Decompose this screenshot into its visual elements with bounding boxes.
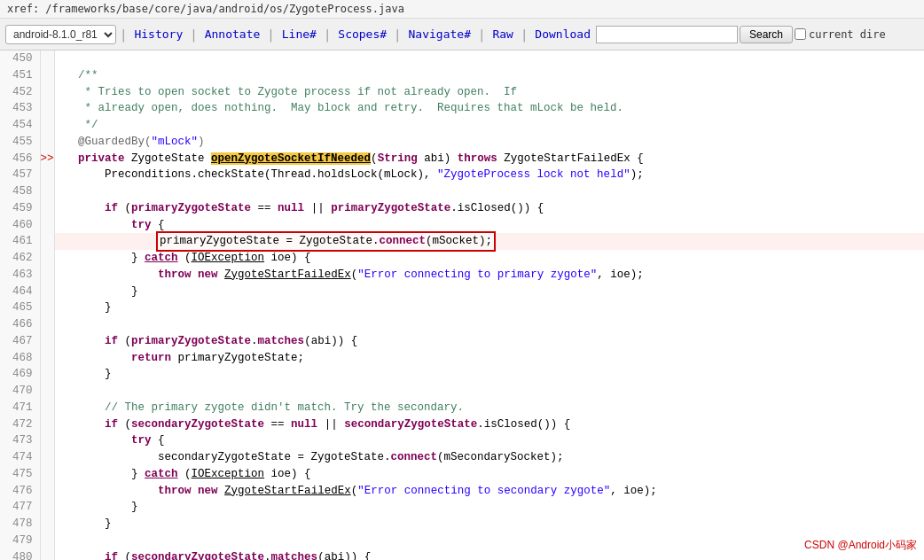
line-number: 462 xyxy=(0,250,40,267)
line-number: 467 xyxy=(0,333,40,350)
search-button[interactable]: Search xyxy=(740,26,793,43)
table-row: 454 */ xyxy=(0,117,924,134)
sep2: | xyxy=(190,27,197,42)
table-row: 474 secondaryZygoteState = ZygoteState.c… xyxy=(0,449,924,466)
table-row: 462 } catch (IOException ioe) { xyxy=(0,250,924,267)
line-marker xyxy=(40,233,54,250)
line-marker xyxy=(40,432,54,449)
line-code: throw new ZygoteStartFailedEx("Error con… xyxy=(54,267,924,284)
line-number: 459 xyxy=(0,200,40,217)
line-marker xyxy=(40,267,54,284)
line-code: secondaryZygoteState = ZygoteState.conne… xyxy=(54,449,924,466)
line-code: try { xyxy=(54,432,924,449)
line-marker xyxy=(40,516,54,533)
table-row: 453 * already open, does nothing. May bl… xyxy=(0,100,924,117)
line-marker xyxy=(40,250,54,267)
line-marker xyxy=(40,100,54,117)
current-dir-label[interactable]: current dire xyxy=(795,28,886,41)
line-number: 479 xyxy=(0,533,40,549)
csdn-badge: CSDN @Android小码家 xyxy=(804,538,917,553)
table-row: 477 } xyxy=(0,499,924,516)
line-marker xyxy=(40,316,54,333)
table-row: 460 try { xyxy=(0,217,924,234)
line-number: 471 xyxy=(0,400,40,416)
table-row: 458 xyxy=(0,183,924,200)
line-number: 476 xyxy=(0,483,40,500)
line-code xyxy=(54,51,924,67)
line-marker xyxy=(40,350,54,367)
line-number: 457 xyxy=(0,167,40,183)
line-number: 465 xyxy=(0,299,40,316)
line-number: 454 xyxy=(0,117,40,134)
line-marker xyxy=(40,217,54,234)
line-code: } xyxy=(54,366,924,383)
line-code: private ZygoteState openZygoteSocketIfNe… xyxy=(54,151,924,167)
sep1: | xyxy=(120,27,127,42)
line-code: if (secondaryZygoteState.matches(abi)) { xyxy=(54,549,924,561)
line-marker: >> xyxy=(40,151,54,167)
table-row: 473 try { xyxy=(0,432,924,449)
line-marker xyxy=(40,299,54,316)
table-row: 469 } xyxy=(0,366,924,383)
line-number: 464 xyxy=(0,284,40,300)
line-marker xyxy=(40,167,54,183)
table-row: 463 throw new ZygoteStartFailedEx("Error… xyxy=(0,267,924,284)
version-select[interactable]: android-8.1.0_r81 xyxy=(5,25,116,44)
table-row: 464 } xyxy=(0,284,924,300)
line-number: 455 xyxy=(0,134,40,151)
table-row: 471 // The primary zygote didn't match. … xyxy=(0,400,924,416)
sep7: | xyxy=(521,27,528,42)
line-number: 468 xyxy=(0,350,40,367)
annotate-link[interactable]: Annotate xyxy=(201,26,264,43)
line-number: 461 xyxy=(0,233,40,250)
line-code: // The primary zygote didn't match. Try … xyxy=(54,400,924,416)
line-code: } catch (IOException ioe) { xyxy=(54,466,924,483)
line-code: } catch (IOException ioe) { xyxy=(54,250,924,267)
line-number: 452 xyxy=(0,84,40,101)
table-row: 475 } catch (IOException ioe) { xyxy=(0,466,924,483)
table-row: 467 if (primaryZygoteState.matches(abi))… xyxy=(0,333,924,350)
line-number: 458 xyxy=(0,183,40,200)
line-number: 463 xyxy=(0,267,40,284)
line-number: 453 xyxy=(0,100,40,117)
line-marker xyxy=(40,67,54,84)
history-link[interactable]: History xyxy=(130,26,186,43)
sep6: | xyxy=(478,27,485,42)
navigate-link[interactable]: Navigate# xyxy=(405,26,474,43)
line-code: * Tries to open socket to Zygote process… xyxy=(54,84,924,101)
line-marker xyxy=(40,400,54,416)
code-area: 450451 /**452 * Tries to open socket to … xyxy=(0,51,924,560)
table-row: 476 throw new ZygoteStartFailedEx("Error… xyxy=(0,483,924,500)
line-code: if (primaryZygoteState == null || primar… xyxy=(54,200,924,217)
line-marker xyxy=(40,51,54,67)
line-number: 451 xyxy=(0,67,40,84)
table-row: 479 xyxy=(0,533,924,549)
line-code: try { xyxy=(54,217,924,234)
line-number: 473 xyxy=(0,432,40,449)
table-row: 451 /** xyxy=(0,67,924,84)
line-number: 478 xyxy=(0,516,40,533)
line-number: 475 xyxy=(0,466,40,483)
line-code: Preconditions.checkState(Thread.holdsLoc… xyxy=(54,167,924,183)
line-number: 480 xyxy=(0,549,40,561)
raw-link[interactable]: Raw xyxy=(489,26,516,43)
table-row: 472 if (secondaryZygoteState == null || … xyxy=(0,416,924,433)
line-number: 477 xyxy=(0,499,40,516)
search-input[interactable] xyxy=(596,26,738,43)
line-code: if (secondaryZygoteState == null || seco… xyxy=(54,416,924,433)
line-marker xyxy=(40,284,54,300)
line-code: return primaryZygoteState; xyxy=(54,350,924,367)
line-marker xyxy=(40,366,54,383)
line-marker xyxy=(40,383,54,400)
current-dir-checkbox[interactable] xyxy=(795,28,806,40)
line-number: 450 xyxy=(0,51,40,67)
scopes-link[interactable]: Scopes# xyxy=(334,26,390,43)
line-link[interactable]: Line# xyxy=(278,26,320,43)
table-row: 450 xyxy=(0,51,924,67)
line-marker xyxy=(40,134,54,151)
line-marker xyxy=(40,499,54,516)
table-row: 466 xyxy=(0,316,924,333)
line-number: 456 xyxy=(0,151,40,167)
download-link[interactable]: Download xyxy=(531,26,594,43)
table-row: 461 primaryZygoteState = ZygoteState.con… xyxy=(0,233,924,250)
